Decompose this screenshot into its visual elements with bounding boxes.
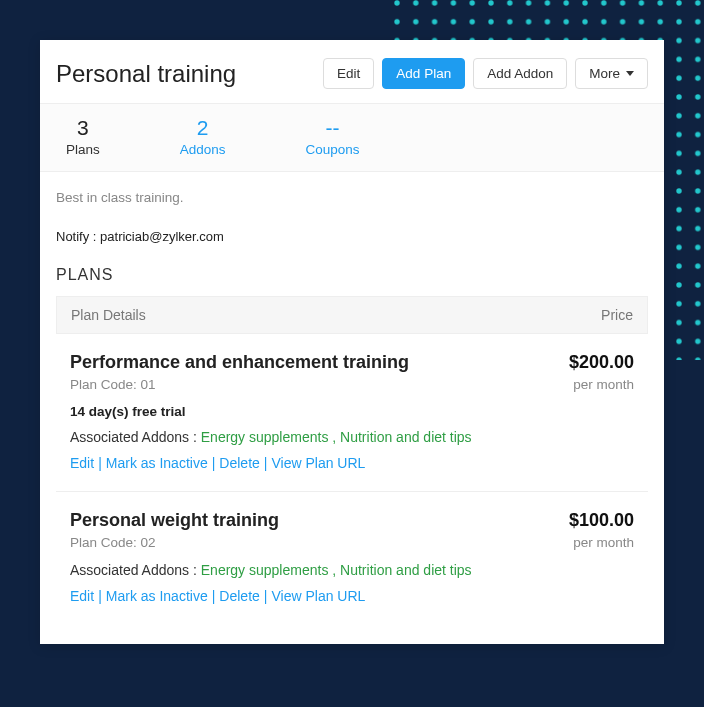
card-body: Best in class training. Notify : patrici… <box>40 172 664 644</box>
addon-link[interactable]: Nutrition and diet tips <box>340 429 472 445</box>
addon-link[interactable]: Energy supplements <box>201 429 329 445</box>
associated-addons-label: Associated Addons : <box>70 429 201 445</box>
page-title: Personal training <box>56 60 236 88</box>
header-actions: Edit Add Plan Add Addon More <box>323 58 648 89</box>
more-label: More <box>589 66 620 81</box>
plans-list: Performance and enhancement training$200… <box>56 334 648 624</box>
plan-name[interactable]: Performance and enhancement training <box>70 352 409 373</box>
add-plan-button[interactable]: Add Plan <box>382 58 465 89</box>
card-header: Personal training Edit Add Plan Add Addo… <box>40 40 664 103</box>
stat-plans-value: 3 <box>77 116 89 140</box>
stat-addons[interactable]: 2 Addons <box>180 116 226 157</box>
plan-view-url-link[interactable]: View Plan URL <box>271 588 365 604</box>
add-addon-button[interactable]: Add Addon <box>473 58 567 89</box>
notify-label: Notify : <box>56 229 100 244</box>
product-description: Best in class training. <box>56 190 648 205</box>
plan-price: $100.00 <box>569 510 634 531</box>
stat-coupons-label: Coupons <box>306 142 360 157</box>
notify-email: patriciab@zylker.com <box>100 229 224 244</box>
associated-addons-line: Associated Addons : Energy supplements ,… <box>70 429 634 445</box>
plan-mark-inactive-link[interactable]: Mark as Inactive <box>106 455 208 471</box>
plan-code: Plan Code: 01 <box>70 377 156 392</box>
stat-plans[interactable]: 3 Plans <box>66 116 100 157</box>
plan-trial: 14 day(s) free trial <box>70 404 634 419</box>
plans-table-header: Plan Details Price <box>56 296 648 334</box>
addon-link[interactable]: Nutrition and diet tips <box>340 562 472 578</box>
plan-period: per month <box>573 377 634 392</box>
associated-addons-line: Associated Addons : Energy supplements ,… <box>70 562 634 578</box>
plan-price: $200.00 <box>569 352 634 373</box>
plan-edit-link[interactable]: Edit <box>70 455 94 471</box>
plan-name[interactable]: Personal weight training <box>70 510 279 531</box>
more-menu-button[interactable]: More <box>575 58 648 89</box>
product-detail-card: Personal training Edit Add Plan Add Addo… <box>40 40 664 644</box>
plan-row: Personal weight training$100.00Plan Code… <box>56 492 648 624</box>
plan-code: Plan Code: 02 <box>70 535 156 550</box>
plan-period: per month <box>573 535 634 550</box>
plan-delete-link[interactable]: Delete <box>219 455 259 471</box>
chevron-down-icon <box>626 71 634 76</box>
col-plan-details: Plan Details <box>71 307 146 323</box>
stat-plans-label: Plans <box>66 142 100 157</box>
notify-line: Notify : patriciab@zylker.com <box>56 229 648 244</box>
plan-edit-link[interactable]: Edit <box>70 588 94 604</box>
plan-view-url-link[interactable]: View Plan URL <box>271 455 365 471</box>
addon-link[interactable]: Energy supplements <box>201 562 329 578</box>
associated-addons-label: Associated Addons : <box>70 562 201 578</box>
col-price: Price <box>601 307 633 323</box>
plan-delete-link[interactable]: Delete <box>219 588 259 604</box>
stat-addons-value: 2 <box>197 116 209 140</box>
stat-coupons-value: -- <box>326 116 340 140</box>
stat-coupons[interactable]: -- Coupons <box>306 116 360 157</box>
plans-section-title: PLANS <box>56 266 648 284</box>
plan-row: Performance and enhancement training$200… <box>56 334 648 492</box>
plan-actions: Edit|Mark as Inactive|Delete|View Plan U… <box>70 588 634 604</box>
stat-addons-label: Addons <box>180 142 226 157</box>
plan-mark-inactive-link[interactable]: Mark as Inactive <box>106 588 208 604</box>
stats-bar: 3 Plans 2 Addons -- Coupons <box>40 103 664 172</box>
plan-actions: Edit|Mark as Inactive|Delete|View Plan U… <box>70 455 634 471</box>
edit-button[interactable]: Edit <box>323 58 374 89</box>
